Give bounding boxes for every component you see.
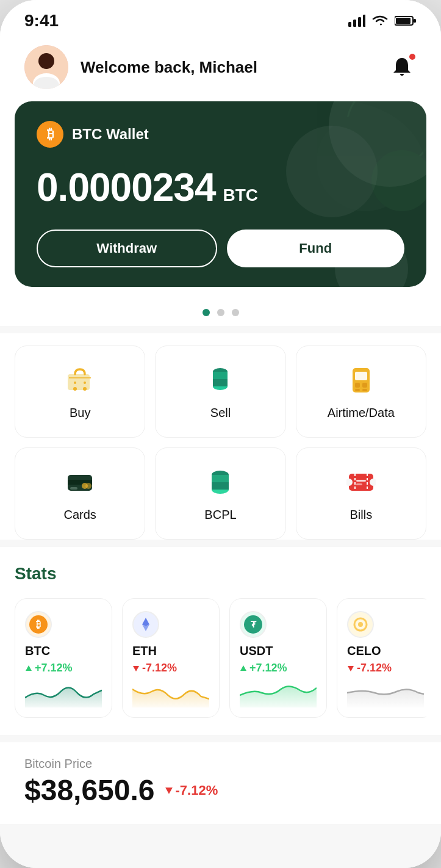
action-airtime[interactable]: Airtime/Data bbox=[296, 345, 426, 438]
welcome-text: Welcome back, Michael bbox=[81, 58, 257, 77]
bell-wrapper[interactable] bbox=[387, 52, 417, 82]
buy-icon bbox=[63, 363, 97, 397]
dot-3[interactable] bbox=[232, 309, 239, 316]
btc-stat-icon: ₿ bbox=[25, 611, 52, 638]
notification-dot bbox=[408, 52, 417, 61]
eth-mini-chart bbox=[132, 678, 209, 707]
svg-rect-26 bbox=[362, 383, 367, 388]
celo-stat-name: CELO bbox=[347, 644, 381, 658]
stats-title: Stats bbox=[15, 564, 426, 584]
svg-rect-1 bbox=[353, 20, 356, 27]
wallet-currency: BTC bbox=[223, 186, 259, 205]
action-bills[interactable]: Bills bbox=[296, 447, 426, 540]
wallet-card-top: ₿ BTC Wallet bbox=[37, 121, 404, 148]
svg-point-33 bbox=[85, 483, 91, 489]
dot-2[interactable] bbox=[217, 309, 224, 316]
action-buy[interactable]: Buy bbox=[15, 345, 145, 438]
svg-rect-25 bbox=[355, 383, 360, 388]
card-dots bbox=[0, 299, 441, 326]
btc-price-row: $38,650.6 -7.12% bbox=[24, 773, 417, 807]
svg-rect-28 bbox=[362, 389, 367, 391]
svg-rect-3 bbox=[363, 15, 365, 27]
wallet-label: BTC Wallet bbox=[72, 126, 149, 143]
status-icons bbox=[348, 15, 417, 27]
cards-label: Cards bbox=[63, 508, 96, 522]
fund-button[interactable]: Fund bbox=[227, 230, 405, 267]
btc-icon: ₿ bbox=[37, 121, 63, 148]
battery-icon bbox=[395, 15, 417, 26]
svg-point-14 bbox=[74, 382, 76, 384]
stat-card-btc[interactable]: ₿ BTC +7.12% bbox=[15, 598, 112, 718]
btc-price-label: Bitcoin Price bbox=[24, 757, 417, 771]
actions-section: Buy Sell bbox=[0, 333, 441, 540]
svg-rect-37 bbox=[212, 475, 229, 482]
wallet-amount: 0.0000234 bbox=[37, 165, 216, 210]
wifi-icon bbox=[371, 15, 389, 27]
svg-point-8 bbox=[38, 53, 54, 69]
btc-stat-change: +7.12% bbox=[25, 662, 73, 675]
usdt-stat-name: USDT bbox=[240, 644, 273, 658]
btc-mini-chart bbox=[25, 678, 102, 707]
airtime-label: Airtime/Data bbox=[328, 406, 395, 420]
bcpl-icon bbox=[203, 465, 237, 499]
svg-rect-24 bbox=[355, 372, 367, 380]
btc-price-value: $38,650.6 bbox=[24, 773, 155, 807]
wallet-amount-row: 0.0000234 BTC bbox=[37, 165, 404, 210]
svg-rect-44 bbox=[356, 480, 366, 482]
status-bar: 9:41 bbox=[0, 0, 441, 35]
celo-stat-change: -7.12% bbox=[347, 662, 392, 675]
signal-icon bbox=[348, 15, 365, 27]
action-sell[interactable]: Sell bbox=[155, 345, 285, 438]
usdt-stat-change: +7.12% bbox=[240, 662, 287, 675]
usdt-stat-icon: ₮ bbox=[240, 611, 267, 638]
btc-stat-name: BTC bbox=[25, 644, 50, 658]
svg-marker-55 bbox=[240, 665, 246, 671]
svg-rect-2 bbox=[358, 17, 361, 27]
stat-card-eth[interactable]: ETH -7.12% bbox=[122, 598, 220, 718]
action-bcpl[interactable]: BCPL bbox=[155, 447, 285, 540]
wallet-buttons: Withdraw Fund bbox=[37, 230, 404, 267]
stats-section: Stats ₿ BTC +7.12% bbox=[0, 547, 441, 735]
action-cards[interactable]: Cards bbox=[15, 447, 145, 540]
svg-marker-52 bbox=[133, 666, 139, 671]
avatar bbox=[24, 45, 68, 89]
wallet-card: ₿ BTC Wallet 0.0000234 BTC Withdraw Fund bbox=[15, 101, 426, 287]
svg-rect-45 bbox=[356, 483, 362, 485]
celo-mini-chart bbox=[347, 678, 424, 707]
svg-marker-64 bbox=[165, 787, 173, 794]
avatar-image bbox=[24, 45, 68, 89]
eth-stat-change: -7.12% bbox=[132, 662, 177, 675]
airtime-icon bbox=[344, 363, 378, 397]
svg-rect-13 bbox=[68, 374, 90, 390]
dot-1[interactable] bbox=[203, 309, 210, 316]
cards-icon bbox=[63, 465, 97, 499]
btc-price-change: -7.12% bbox=[165, 783, 218, 798]
svg-rect-31 bbox=[70, 487, 77, 490]
price-down-arrow bbox=[165, 786, 173, 795]
svg-rect-21 bbox=[213, 372, 228, 379]
svg-rect-6 bbox=[414, 19, 416, 23]
stat-card-celo[interactable]: CELO -7.12% bbox=[337, 598, 426, 718]
svg-text:₿: ₿ bbox=[36, 619, 41, 629]
withdraw-button[interactable]: Withdraw bbox=[37, 230, 217, 267]
header-left: Welcome back, Michael bbox=[24, 45, 257, 89]
svg-rect-0 bbox=[348, 22, 351, 27]
buy-label: Buy bbox=[70, 406, 90, 420]
btc-price-section: Bitcoin Price $38,650.6 -7.12% bbox=[0, 742, 441, 824]
svg-rect-22 bbox=[213, 379, 228, 386]
stats-scroll: ₿ BTC +7.12% bbox=[15, 598, 426, 723]
stat-card-usdt[interactable]: ₮ USDT +7.12% bbox=[229, 598, 327, 718]
svg-point-17 bbox=[83, 387, 87, 391]
svg-text:₮: ₮ bbox=[251, 620, 257, 629]
svg-point-15 bbox=[84, 382, 86, 384]
bcpl-label: BCPL bbox=[204, 508, 236, 522]
eth-stat-name: ETH bbox=[132, 644, 157, 658]
svg-rect-5 bbox=[396, 18, 411, 24]
header: Welcome back, Michael bbox=[0, 35, 441, 101]
actions-grid: Buy Sell bbox=[15, 345, 426, 540]
eth-stat-icon bbox=[132, 611, 159, 638]
svg-rect-38 bbox=[212, 482, 229, 490]
status-time: 9:41 bbox=[24, 11, 59, 31]
svg-point-16 bbox=[73, 387, 77, 391]
celo-stat-icon bbox=[347, 611, 374, 638]
